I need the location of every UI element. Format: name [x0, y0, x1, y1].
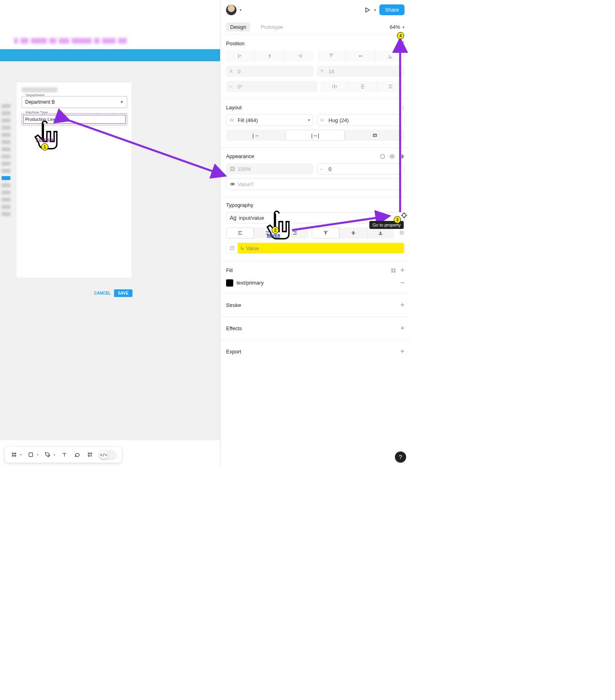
code-icon: </> [99, 450, 108, 459]
go-to-property-button[interactable] [401, 212, 408, 220]
collapse-icon[interactable] [399, 105, 405, 110]
tab-design[interactable]: Design [226, 22, 250, 32]
eye-icon[interactable] [389, 154, 395, 159]
pen-tool-icon[interactable] [44, 451, 51, 458]
hover-label: HOVER [267, 233, 280, 238]
chevron-down-icon[interactable]: ▼ [120, 100, 124, 104]
fill-swatch[interactable] [226, 279, 233, 287]
y-input[interactable]: Y 16 [317, 66, 405, 77]
canvas-area[interactable]: Department Department B ▼ Machine Type P… [0, 0, 220, 440]
svg-rect-0 [29, 453, 32, 456]
align-vertical-group[interactable] [317, 50, 405, 62]
help-button[interactable]: ? [395, 451, 406, 463]
text-align-left-icon[interactable] [226, 227, 254, 239]
svg-rect-4 [401, 42, 403, 45]
opacity-input[interactable]: 100% [226, 163, 314, 174]
flip-vertical-icon[interactable] [348, 81, 376, 92]
angle-icon: ⌐ [230, 84, 235, 89]
present-button[interactable] [364, 6, 371, 14]
tool-caret-icon[interactable]: ▾ [37, 453, 38, 457]
tool-caret-icon[interactable]: ▾ [54, 453, 55, 457]
cyan-band [0, 49, 220, 61]
styles-icon[interactable] [391, 268, 396, 273]
frame-tool-icon[interactable] [10, 451, 18, 458]
height-input[interactable]: H Hug (24) ▾ [317, 114, 405, 126]
export-section[interactable]: Export + [220, 340, 410, 363]
chevron-down-icon[interactable]: ▾ [308, 118, 310, 122]
text-align-middle-icon[interactable] [339, 227, 367, 239]
tab-prototype[interactable]: Prototype [256, 22, 287, 32]
distribute-icon[interactable] [377, 81, 405, 92]
annotation-badge-2: 2 [272, 227, 279, 234]
h-value: Hug (24) [329, 117, 397, 123]
resizing-group[interactable]: |→ |↔| [226, 130, 405, 141]
stroke-section[interactable]: Stroke + [220, 293, 410, 317]
add-icon[interactable]: + [400, 266, 405, 275]
hexagon-icon[interactable] [380, 154, 385, 159]
comment-tool-icon[interactable] [74, 451, 81, 458]
resize-center-icon[interactable]: |↔| [285, 130, 345, 141]
text-align-right-icon[interactable] [281, 227, 309, 239]
panel-header: ▾ ▾ Share [220, 0, 410, 20]
save-button[interactable]: SAVE [114, 289, 133, 297]
effects-section[interactable]: Effects + [220, 317, 410, 340]
settings-sliders-icon[interactable] [399, 230, 405, 236]
add-icon[interactable]: + [400, 347, 405, 356]
text-align-v-group[interactable] [312, 227, 394, 239]
rotation-input[interactable]: ⌐ 0° [226, 81, 317, 92]
zoom-control[interactable]: 64% ▾ [390, 24, 405, 30]
text-align-top-icon[interactable] [312, 227, 339, 239]
chevron-down-icon[interactable]: ▾ [240, 8, 242, 12]
text-tool-icon[interactable] [61, 451, 68, 458]
w-value: Fill (464) [238, 117, 306, 123]
card-title-blur [22, 87, 58, 92]
panel-body: Position X 0 [220, 35, 410, 467]
section-title: Stroke [226, 302, 241, 308]
typography-property-row[interactable]: ↳ Value [226, 243, 405, 254]
department-field[interactable]: Department Department B ▼ [22, 96, 127, 108]
tool-caret-icon[interactable]: ▾ [20, 453, 22, 457]
add-icon[interactable]: + [400, 324, 405, 333]
align-icon[interactable] [399, 41, 405, 46]
property-highlight: ↳ Value [238, 243, 404, 253]
position-section: Position X 0 [220, 35, 410, 98]
add-icon[interactable]: + [400, 301, 405, 309]
corner-radius-input[interactable]: ⌐ 0 [317, 163, 405, 174]
transparency-icon [230, 166, 235, 172]
remove-icon[interactable]: − [400, 279, 405, 287]
flip-group[interactable] [321, 81, 405, 92]
cancel-button[interactable]: CANCEL [94, 291, 111, 295]
machine-value: Production Line 999 [25, 117, 64, 122]
rectangle-tool-icon[interactable] [27, 451, 34, 458]
svg-point-3 [88, 455, 90, 457]
align-horizontal-group[interactable] [226, 50, 314, 62]
zoom-value: 64% [390, 24, 400, 30]
flip-horizontal-icon[interactable] [321, 81, 348, 92]
corner-icon: ⌐ [321, 166, 326, 171]
appearance-value-input[interactable]: Value? [226, 179, 405, 190]
components-tool-icon[interactable] [86, 451, 94, 458]
resize-start-icon[interactable]: |→ [226, 130, 285, 141]
grey-band [0, 61, 220, 78]
chevron-down-icon[interactable]: ▾ [374, 8, 376, 12]
section-title: Layout [226, 104, 242, 110]
avatar[interactable] [226, 5, 236, 15]
machine-field[interactable]: Machine Type Production Line 999 [22, 113, 127, 125]
svg-point-15 [394, 271, 396, 273]
chevron-down-icon[interactable]: ▾ [399, 118, 401, 122]
annotation-badge-1: 1 [41, 143, 48, 150]
bottom-toolbar: ▾ ▾ ▾ </> [5, 447, 122, 463]
share-button[interactable]: Share [379, 4, 405, 15]
x-input[interactable]: X 0 [226, 66, 314, 77]
fill-row[interactable]: text/primary − [226, 279, 405, 287]
half-circle-icon[interactable] [399, 154, 405, 159]
text-align-bottom-icon[interactable] [367, 227, 394, 239]
form-card: Department Department B ▼ Machine Type P… [16, 82, 132, 278]
card-footer-buttons: CANCEL SAVE [94, 289, 132, 297]
resize-end-icon[interactable] [345, 130, 405, 141]
dev-mode-toggle[interactable]: </> [99, 450, 116, 459]
width-input[interactable]: W Fill (464) ▾ [226, 114, 314, 126]
fill-section: Fill + text/primary − [220, 260, 410, 293]
svg-point-8 [230, 183, 232, 185]
radius-value: 0 [329, 166, 401, 172]
